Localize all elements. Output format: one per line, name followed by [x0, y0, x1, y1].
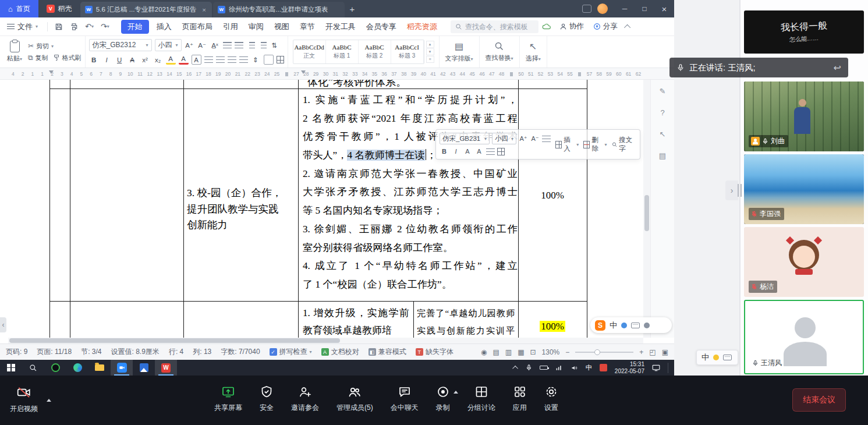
pen-tool-icon[interactable]: ✎	[660, 87, 666, 95]
doc-cell-row2-left[interactable]: 1. 增效升级，实施学前 教育领域卓越教师培	[303, 304, 409, 338]
pointer-tool-icon[interactable]: ↖	[660, 130, 666, 139]
subscript-icon[interactable]: x₂	[153, 55, 163, 65]
justify-icon[interactable]	[239, 56, 248, 63]
font-size-select[interactable]: 小四▾	[155, 39, 182, 51]
float-highlight-icon[interactable]: A	[474, 147, 484, 156]
paste-button[interactable]: 粘贴▾	[3, 38, 26, 65]
wps-home-tab[interactable]: ⌂ 首页	[0, 0, 38, 17]
fit-page-icon[interactable]: ◰	[649, 348, 656, 356]
text-direction-icon[interactable]: ⇅	[270, 40, 279, 50]
ime-toolbar[interactable]: S 中	[590, 317, 672, 333]
menu-tab[interactable]: 引用	[218, 22, 243, 32]
volume-icon[interactable]	[571, 364, 578, 371]
numbered-list-icon[interactable]	[235, 41, 243, 49]
promo-icon[interactable]	[582, 5, 591, 13]
menu-tab[interactable]: 审阅	[243, 22, 269, 32]
cloud-sync-icon[interactable]	[538, 23, 555, 30]
compat-mode-button[interactable]: ◧兼容模式	[369, 347, 406, 357]
taskbar-ime-indicator[interactable]: 中	[586, 363, 592, 372]
horizontal-ruler[interactable]: 4211234567891011121314151617181920212223…	[0, 68, 674, 80]
participant-tile-liuqu[interactable]: 刘曲	[744, 82, 864, 151]
outline-view-icon[interactable]: ▦	[518, 348, 524, 356]
zoom-value[interactable]: 130%	[542, 348, 560, 356]
line-spacing-icon[interactable]: ⇕	[251, 55, 261, 65]
taskbar-explorer[interactable]	[88, 360, 111, 376]
print-icon[interactable]	[66, 23, 82, 31]
account-avatar[interactable]	[597, 3, 608, 14]
style-scroll-up-icon[interactable]: ▴	[426, 41, 434, 48]
spell-check-button[interactable]: ✓拼写检查▾	[270, 347, 312, 357]
style-item[interactable]: AaBbCcI 标题 3	[391, 40, 424, 63]
ime-tool-icon[interactable]	[713, 355, 719, 360]
horizontal-scrollbar[interactable]	[8, 338, 643, 343]
doc-cell-row2-mid[interactable]: 完善了“卓越幼儿园教师实践与创新能力实训平台”：提升了学前教育领域卓越教师培	[417, 304, 515, 338]
taskbar-clock[interactable]: 15:31 2022-05-07	[615, 361, 644, 375]
table-insert-button[interactable]: 插入▾	[555, 136, 579, 153]
select-button[interactable]: ↖ 选择▾	[520, 36, 547, 68]
style-item[interactable]: AaBbC 标题 2	[359, 40, 391, 63]
float-align-icon[interactable]	[542, 135, 551, 143]
taskbar-photos[interactable]	[133, 360, 155, 376]
command-search[interactable]	[451, 20, 538, 33]
float-border-icon[interactable]	[497, 148, 505, 155]
indent-marker[interactable]	[49, 70, 54, 74]
style-scroll-down-icon[interactable]: ▾	[426, 48, 434, 55]
menu-tab[interactable]: 会员专享	[361, 22, 402, 32]
float-decrease-font-icon[interactable]: A⁻	[530, 134, 540, 143]
float-bold-icon[interactable]: B	[440, 147, 449, 156]
table-delete-button[interactable]: 删除▾	[583, 136, 607, 153]
align-left-icon[interactable]	[204, 56, 213, 63]
float-font-color-icon[interactable]: A	[463, 147, 472, 156]
style-more-icon[interactable]: ≡	[426, 56, 434, 63]
page-view-icon[interactable]: ▤	[493, 348, 499, 356]
meeting-ime-bar[interactable]: 中	[696, 350, 738, 365]
participant-tile-wangqingfeng-speaking[interactable]: 王清风	[744, 300, 864, 374]
tray-mic-icon[interactable]	[526, 364, 532, 371]
highlight-color-icon[interactable]: A	[166, 55, 176, 65]
web-view-icon[interactable]: ▥	[505, 348, 512, 356]
cut-button[interactable]: ✂剪切▾	[28, 42, 82, 51]
font-color-icon[interactable]: A	[179, 55, 189, 65]
clear-format-icon[interactable]: A̲ˣ	[210, 40, 220, 50]
style-item[interactable]: AaBbC 标题 1	[326, 40, 359, 63]
float-font-select[interactable]: 仿宋_GB231▾	[440, 133, 490, 144]
first-line-indent-marker[interactable]	[301, 70, 306, 74]
menu-tab[interactable]: 视图	[269, 22, 295, 32]
battery-icon[interactable]	[540, 366, 548, 370]
ime-mic-icon[interactable]	[621, 323, 627, 328]
taskbar-meeting-app[interactable]	[111, 360, 133, 376]
undo-icon[interactable]: ↶▾	[82, 22, 97, 31]
reply-arrow-icon[interactable]: ↩	[834, 62, 841, 73]
settings-button[interactable]: 设置	[544, 385, 558, 413]
character-border-icon[interactable]: A	[192, 55, 201, 65]
missing-font-button[interactable]: T缺失字体	[416, 347, 454, 357]
tray-app-icon[interactable]	[600, 364, 607, 371]
manage-members-button[interactable]: 管理成员(5)	[336, 385, 373, 413]
align-right-icon[interactable]	[228, 56, 236, 63]
menu-tab[interactable]: 章节	[295, 22, 320, 32]
copy-button[interactable]: ⧉复制	[28, 54, 48, 62]
ime-menu-icon[interactable]	[644, 323, 650, 328]
participant-tile-yangjie[interactable]: 杨洁	[744, 227, 864, 297]
vertical-scrollbar[interactable]	[643, 80, 650, 338]
bold-icon[interactable]: B	[89, 55, 99, 65]
menu-tab-home[interactable]: 开始	[121, 20, 149, 34]
help-icon[interactable]: ?	[660, 108, 664, 117]
menu-tab[interactable]: 插入	[151, 22, 177, 32]
decrease-indent-icon[interactable]	[246, 41, 255, 49]
text-layout-button[interactable]: ▤ 文字排版▾	[440, 36, 480, 68]
taskbar-browser[interactable]	[66, 360, 88, 376]
taskbar-app-circle[interactable]	[44, 360, 66, 376]
start-button[interactable]	[0, 360, 22, 376]
style-item[interactable]: AaBbCcDd 正文	[293, 40, 326, 63]
increase-font-icon[interactable]: A⁺	[185, 40, 194, 50]
superscript-icon[interactable]: x²	[140, 55, 150, 65]
show-desktop-divider[interactable]	[668, 363, 668, 373]
left-panel-collapse-button[interactable]: ‹	[0, 317, 6, 332]
participant-tile-top[interactable]: 我长得一般 怎么能……	[744, 10, 864, 54]
italic-icon[interactable]: I	[102, 55, 112, 65]
decrease-font-icon[interactable]: A⁻	[197, 40, 207, 50]
align-center-icon[interactable]	[216, 56, 225, 63]
eye-protect-icon[interactable]: ◉	[481, 348, 487, 356]
toggle-video-button[interactable]: 开启视频	[5, 385, 43, 414]
